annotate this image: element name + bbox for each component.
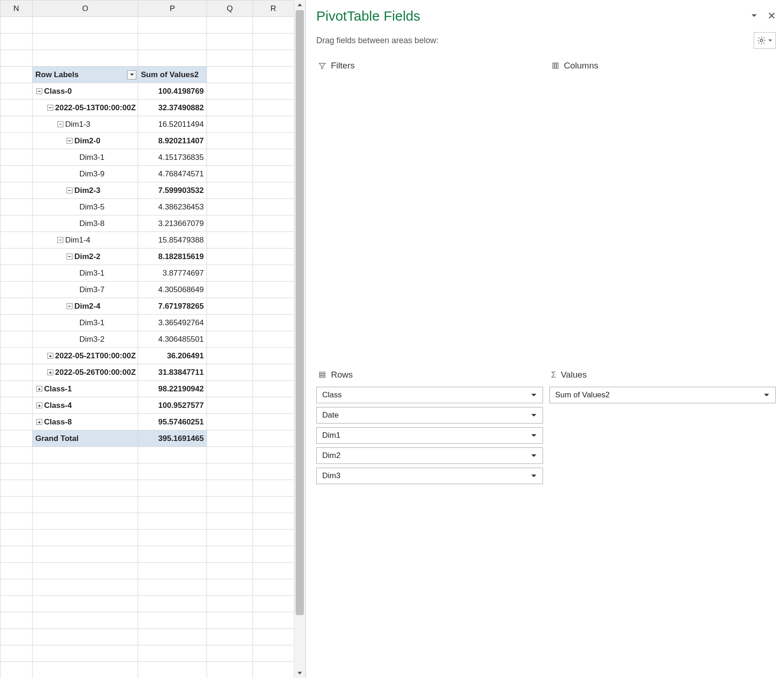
pivot-row-label[interactable]: Dim3-2	[33, 331, 138, 348]
panel-close-button[interactable]: ✕	[767, 11, 776, 21]
pivot-row[interactable]: −Dim1-316.52011494	[0, 116, 294, 133]
scroll-up-button[interactable]	[294, 0, 305, 10]
empty-row[interactable]	[0, 629, 294, 645]
column-header[interactable]: P	[138, 0, 207, 17]
pivot-row[interactable]: +Class-4100.9527577	[0, 397, 294, 414]
column-header[interactable]: R	[253, 0, 294, 17]
empty-row[interactable]	[0, 596, 294, 612]
pivot-row-value[interactable]: 4.305068649	[138, 282, 207, 298]
collapse-button[interactable]: −	[67, 138, 73, 144]
pivot-row-value[interactable]: 4.151736835	[138, 149, 207, 166]
panel-settings-button[interactable]	[754, 32, 776, 49]
pivot-row[interactable]: −Class-0100.4198769	[0, 83, 294, 100]
pivot-row[interactable]: +2022-05-26T00:00:00Z31.83847711	[0, 364, 294, 381]
pivot-row-label[interactable]: −Dim2-0	[33, 133, 138, 149]
area-values[interactable]: Σ Values Sum of Values2	[549, 367, 776, 670]
column-header[interactable]: O	[33, 0, 138, 17]
pivot-row[interactable]: Dim3-24.306485501	[0, 331, 294, 348]
empty-row[interactable]	[0, 463, 294, 480]
pivot-row[interactable]: −Dim1-415.85479388	[0, 232, 294, 249]
pivot-row-value[interactable]: 3.365492764	[138, 315, 207, 331]
empty-row[interactable]	[0, 50, 294, 67]
empty-row[interactable]	[0, 579, 294, 596]
pivot-row[interactable]: −Dim2-28.182815619	[0, 249, 294, 265]
pivot-row-label[interactable]: Dim3-8	[33, 215, 138, 232]
expand-button[interactable]: +	[36, 402, 42, 408]
empty-row[interactable]	[0, 17, 294, 34]
pivot-row-value[interactable]: 8.920211407	[138, 133, 207, 149]
collapse-button[interactable]: −	[67, 254, 73, 260]
column-header[interactable]: N	[0, 0, 33, 17]
pivot-row-value[interactable]: 16.52011494	[138, 116, 207, 133]
scroll-thumb[interactable]	[296, 10, 304, 615]
pivot-row[interactable]: Dim3-74.305068649	[0, 282, 294, 298]
area-rows[interactable]: Rows ClassDateDim1Dim2Dim3	[316, 367, 543, 670]
pivot-row[interactable]: Dim3-54.386236453	[0, 199, 294, 215]
pivot-row[interactable]: −Dim2-08.920211407	[0, 133, 294, 149]
field-chip-values[interactable]: Sum of Values2	[549, 387, 776, 403]
pivot-row[interactable]: +Class-198.22190942	[0, 381, 294, 397]
pivot-row[interactable]: Dim3-13.365492764	[0, 315, 294, 331]
area-columns[interactable]: Columns	[549, 58, 776, 361]
scroll-track[interactable]	[294, 10, 305, 668]
empty-row[interactable]	[0, 34, 294, 50]
empty-row[interactable]	[0, 546, 294, 563]
pivot-row[interactable]: Dim3-14.151736835	[0, 149, 294, 166]
pivot-row-value[interactable]: 36.206491	[138, 348, 207, 364]
pivot-row-value[interactable]: 31.83847711	[138, 364, 207, 381]
pivot-row-label[interactable]: +Class-4	[33, 397, 138, 414]
spreadsheet-grid[interactable]: N O P Q R Row LabelsSum of Values2−Class…	[0, 0, 294, 678]
pivot-row-label[interactable]: Dim3-1	[33, 149, 138, 166]
empty-row[interactable]	[0, 513, 294, 530]
pivot-row-value[interactable]: 15.85479388	[138, 232, 207, 249]
expand-button[interactable]: +	[47, 353, 53, 359]
empty-row[interactable]	[0, 480, 294, 497]
pivot-row-value[interactable]: 4.306485501	[138, 331, 207, 348]
pivot-row-value[interactable]: 32.37490882	[138, 100, 207, 116]
empty-row[interactable]	[0, 563, 294, 579]
pivot-row-value[interactable]: 3.213667079	[138, 215, 207, 232]
expand-button[interactable]: +	[47, 369, 53, 375]
collapse-button[interactable]: −	[67, 187, 73, 193]
column-header[interactable]: Q	[207, 0, 253, 17]
sum-header[interactable]: Sum of Values2	[138, 67, 207, 83]
pivot-row-label[interactable]: Dim3-5	[33, 199, 138, 215]
pivot-row-label[interactable]: −2022-05-13T00:00:00Z	[33, 100, 138, 116]
empty-row[interactable]	[0, 497, 294, 513]
pivot-row[interactable]: −Dim2-47.671978265	[0, 298, 294, 315]
field-chip-rows[interactable]: Dim2	[316, 447, 543, 464]
pivot-row-value[interactable]: 7.599903532	[138, 182, 207, 199]
collapse-button[interactable]: −	[36, 88, 42, 94]
collapse-button[interactable]: −	[57, 237, 63, 243]
pivot-row[interactable]: +Class-895.57460251	[0, 414, 294, 430]
pivot-row[interactable]: −2022-05-13T00:00:00Z32.37490882	[0, 100, 294, 116]
collapse-button[interactable]: −	[67, 303, 73, 309]
empty-row[interactable]	[0, 612, 294, 629]
collapse-button[interactable]: −	[47, 105, 53, 111]
field-chip-rows[interactable]: Class	[316, 387, 543, 403]
expand-button[interactable]: +	[36, 386, 42, 392]
empty-row[interactable]	[0, 530, 294, 546]
pivot-row-label[interactable]: −Dim1-3	[33, 116, 138, 133]
pivot-row-label[interactable]: Dim3-9	[33, 166, 138, 182]
pivot-row-value[interactable]: 7.671978265	[138, 298, 207, 315]
vertical-scrollbar[interactable]	[294, 0, 306, 678]
field-chip-rows[interactable]: Dim1	[316, 427, 543, 444]
empty-row[interactable]	[0, 645, 294, 662]
pivot-row-label[interactable]: Dim3-7	[33, 282, 138, 298]
pivot-row-label[interactable]: −Dim2-3	[33, 182, 138, 199]
grand-total-row[interactable]: Grand Total395.1691465	[0, 430, 294, 447]
pivot-row-label[interactable]: −Dim2-2	[33, 249, 138, 265]
pivot-row[interactable]: +2022-05-21T00:00:00Z36.206491	[0, 348, 294, 364]
pivot-row-value[interactable]: 4.768474571	[138, 166, 207, 182]
pivot-row-label[interactable]: Dim3-1	[33, 265, 138, 282]
pivot-row[interactable]: Dim3-13.87774697	[0, 265, 294, 282]
pivot-row-value[interactable]: 95.57460251	[138, 414, 207, 430]
pivot-row[interactable]: −Dim2-37.599903532	[0, 182, 294, 199]
pivot-row-value[interactable]: 98.22190942	[138, 381, 207, 397]
panel-menu-button[interactable]	[751, 12, 757, 20]
pivot-row-label[interactable]: −Dim1-4	[33, 232, 138, 249]
pivot-row-value[interactable]: 100.4198769	[138, 83, 207, 100]
scroll-down-button[interactable]	[294, 668, 305, 678]
empty-row[interactable]	[0, 662, 294, 678]
